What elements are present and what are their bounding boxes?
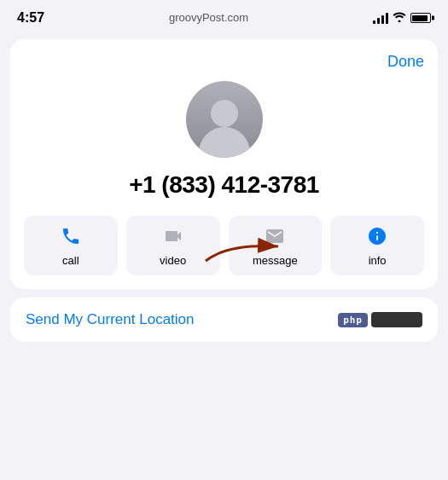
wifi-icon [393,11,406,25]
message-button[interactable]: message [229,216,323,275]
done-button[interactable]: Done [387,53,424,71]
video-icon [163,226,183,250]
phone-number: +1 (833) 412-3781 [24,171,424,199]
avatar-head [211,100,238,127]
bottom-section: Send My Current Location php [10,298,438,342]
contact-card: Done +1 (833) 412-3781 [10,39,438,289]
call-button[interactable]: call [24,216,118,275]
message-label: message [253,254,298,267]
screen: 4:57 groovyPost.com [0,0,448,480]
avatar-person [199,100,250,158]
video-button[interactable]: video [126,216,220,275]
status-time: 4:57 [17,10,44,26]
message-icon [265,226,285,250]
info-icon [367,226,387,250]
signal-bars-icon [373,13,388,24]
php-logo: php [338,312,422,327]
video-label: video [160,254,186,267]
info-label: info [369,254,387,267]
action-row: call video [24,216,424,275]
send-location-label: Send My Current Location [26,311,195,328]
avatar-container [24,81,424,158]
send-location-button[interactable]: Send My Current Location php [10,298,438,342]
php-logo-box: php [338,313,368,327]
dark-bar [371,312,422,327]
battery-icon [410,13,431,23]
avatar-body [199,127,250,158]
status-icons [373,11,431,25]
watermark: groovyPost.com [169,9,248,27]
done-row: Done [24,53,424,71]
call-label: call [62,254,79,267]
card-area: Done +1 (833) 412-3781 [0,32,448,480]
avatar [186,81,263,158]
status-bar: 4:57 groovyPost.com [0,0,448,32]
phone-icon [61,226,81,250]
info-button[interactable]: info [330,216,424,275]
